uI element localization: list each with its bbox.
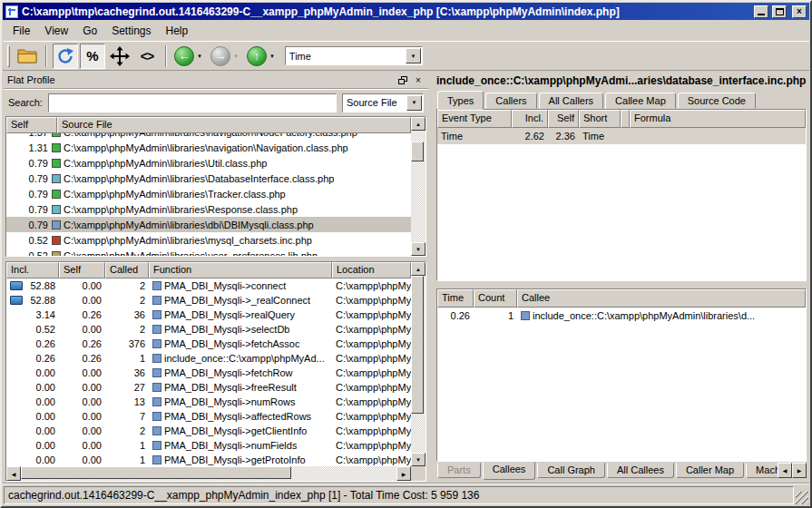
menu-item-help[interactable]: Help xyxy=(159,22,196,40)
scroll-left-icon[interactable]: ◀ xyxy=(6,466,21,481)
column-header-event-type[interactable]: Event Type xyxy=(437,110,512,128)
tab-call-graph[interactable]: Call Graph xyxy=(537,463,605,478)
file-list-row[interactable]: 0.79C:\xampp\phpMyAdmin\libraries\Util.c… xyxy=(6,155,411,171)
tab-source-code[interactable]: Source Code xyxy=(678,93,756,109)
file-path: C:\xampp\phpMyAdmin\libraries\Util.class… xyxy=(64,158,411,169)
tab-callee-map[interactable]: Callee Map xyxy=(605,93,676,109)
column-header-incl[interactable]: Incl. xyxy=(512,110,548,128)
resize-grip[interactable] xyxy=(796,492,808,504)
table-row[interactable]: 0.260.26376PMA_DBI_Mysqli->fetchAssocC:\… xyxy=(6,337,411,351)
scroll-up-icon[interactable]: ▲ xyxy=(411,262,426,276)
detail-splitter[interactable] xyxy=(435,281,808,288)
open-file-button[interactable] xyxy=(15,44,40,69)
back-dropdown-icon[interactable]: ▼ xyxy=(197,54,202,59)
back-button[interactable]: ← xyxy=(174,46,194,66)
expand-button[interactable] xyxy=(107,44,132,69)
menu-item-go[interactable]: Go xyxy=(75,22,104,40)
table-row[interactable]: 0.000.0027PMA_DBI_Mysqli->freeResultC:\x… xyxy=(6,380,411,395)
maximize-button[interactable] xyxy=(772,5,787,18)
scroll-thumb[interactable] xyxy=(411,142,424,161)
tab-all-callers[interactable]: All Callers xyxy=(539,93,604,109)
tab-caller-map[interactable]: Caller Map xyxy=(676,463,744,478)
tab-scroll-right-icon[interactable]: ▶ xyxy=(792,463,807,478)
callee-row[interactable]: 0.261include_once::C:\xampp\phpMyAdmin\l… xyxy=(437,308,806,324)
toolbar-handle[interactable] xyxy=(7,45,10,67)
column-header-time[interactable]: Time xyxy=(437,289,474,308)
scroll-track[interactable] xyxy=(411,131,426,242)
menu-item-file[interactable]: File xyxy=(5,22,37,40)
tab-scroll-left-icon[interactable]: ◀ xyxy=(778,463,792,478)
column-header-self[interactable]: Self xyxy=(548,110,579,128)
file-list-row[interactable]: 0.52C:\xampp\phpMyAdmin\libraries\user_p… xyxy=(6,248,411,256)
table-row[interactable]: 0.000.001PMA_DBI_Mysqli->getProtoInfoC:\… xyxy=(6,453,411,466)
file-list-row[interactable]: 0.52C:\xampp\phpMyAdmin\libraries\mysql_… xyxy=(6,232,411,248)
column-header-self[interactable]: Self xyxy=(59,262,105,278)
file-list-row[interactable]: 0.79C:\xampp\phpMyAdmin\libraries\Databa… xyxy=(6,171,411,186)
reload-button[interactable] xyxy=(53,44,78,69)
group-by-select[interactable]: Source File ▼ xyxy=(342,93,424,112)
dock-title-bar[interactable]: Flat Profile × xyxy=(4,72,428,89)
event-type-dropdown-icon[interactable]: ▼ xyxy=(406,48,421,64)
dock-close-button[interactable]: × xyxy=(412,74,425,86)
table-row[interactable]: 0.260.261include_once::C:\xampp\phpMyAd.… xyxy=(6,351,411,366)
table-row[interactable]: 0.000.0036PMA_DBI_Mysqli->fetchRowC:\xam… xyxy=(6,366,411,380)
scroll-track[interactable] xyxy=(411,276,426,453)
dock-float-button[interactable] xyxy=(396,74,409,86)
column-header-blank[interactable] xyxy=(621,110,630,128)
function-table-hscrollbar[interactable]: ◀ ▶ xyxy=(6,466,426,481)
table-row[interactable]: 0.000.002PMA_DBI_Mysqli->getClientInfoC:… xyxy=(6,424,411,438)
column-header-callee[interactable]: Callee xyxy=(517,289,806,308)
forward-dropdown-icon[interactable]: ▼ xyxy=(233,54,239,59)
tab-all-callees[interactable]: All Callees xyxy=(607,463,674,478)
table-row[interactable]: 0.000.0013PMA_DBI_Mysqli->numRowsC:\xamp… xyxy=(6,395,411,409)
table-row[interactable]: 0.520.002PMA_DBI_Mysqli->selectDbC:\xamp… xyxy=(6,322,411,337)
column-header-source-file[interactable]: Source File xyxy=(57,117,411,133)
relative-cost-button[interactable]: <> xyxy=(134,44,160,69)
table-row[interactable]: 0.000.007PMA_DBI_Mysqli->affectedRowsC:\… xyxy=(6,409,411,424)
column-header-count[interactable]: Count xyxy=(474,289,517,308)
event-type-select[interactable]: Time ▼ xyxy=(285,46,423,65)
scroll-down-icon[interactable]: ▼ xyxy=(411,242,426,256)
minimize-button[interactable] xyxy=(754,5,768,18)
column-header-short[interactable]: Short xyxy=(579,110,621,128)
scroll-right-icon[interactable]: ▶ xyxy=(396,466,411,481)
scroll-down-icon[interactable]: ▼ xyxy=(411,453,426,466)
incl-cell: 3.14 xyxy=(6,309,59,320)
scroll-up-icon[interactable]: ▲ xyxy=(411,117,426,131)
event-type-row[interactable]: Time2.622.36Time xyxy=(437,128,806,144)
up-button[interactable]: ↑ xyxy=(247,46,267,66)
scroll-thumb[interactable] xyxy=(411,276,424,414)
up-dropdown-icon[interactable]: ▼ xyxy=(269,54,275,59)
tab-callers[interactable]: Callers xyxy=(485,93,536,109)
menu-item-view[interactable]: View xyxy=(37,22,75,40)
search-input[interactable] xyxy=(48,93,337,112)
group-by-dropdown-icon[interactable]: ▼ xyxy=(406,95,422,111)
menu-item-settings[interactable]: Settings xyxy=(104,22,158,40)
file-list-row[interactable]: 0.79C:\xampp\phpMyAdmin\libraries\Respon… xyxy=(6,201,411,217)
file-list-row[interactable]: 0.79C:\xampp\phpMyAdmin\libraries\dbi\DB… xyxy=(6,217,411,232)
table-row[interactable]: 0.000.001PMA_DBI_Mysqli->numFieldsC:\xam… xyxy=(6,438,411,453)
table-row[interactable]: 52.880.002PMA_DBI_Mysqli->_realConnectC:… xyxy=(6,293,411,308)
file-list-row[interactable]: 1.31C:\xampp\phpMyAdmin\libraries\naviga… xyxy=(6,140,411,155)
column-header-location[interactable]: Location xyxy=(332,262,411,278)
column-header-incl[interactable]: Incl. xyxy=(6,262,59,278)
function-table-vscrollbar[interactable]: ▲ ▼ xyxy=(411,262,426,466)
column-header-called[interactable]: Called xyxy=(105,262,149,278)
main-splitter[interactable] xyxy=(428,72,435,482)
file-list-row[interactable]: 0.79C:\xampp\phpMyAdmin\libraries\Tracke… xyxy=(6,186,411,201)
column-header-self[interactable]: Self xyxy=(6,117,57,133)
file-list-row[interactable]: 1.37C:\xampp\phpMyAdmin\libraries\naviga… xyxy=(6,133,411,140)
tab-callees[interactable]: Callees xyxy=(483,462,536,480)
file-list-vscrollbar[interactable]: ▲ ▼ xyxy=(411,117,426,256)
scroll-thumb[interactable] xyxy=(21,466,291,479)
close-button[interactable]: × xyxy=(792,5,807,18)
table-row[interactable]: 3.140.2636PMA_DBI_Mysqli->realQueryC:\xa… xyxy=(6,308,411,322)
column-header-formula[interactable]: Formula xyxy=(630,110,806,128)
table-row[interactable]: 52.880.002PMA_DBI_Mysqli->connectC:\xamp… xyxy=(6,278,411,293)
tab-types[interactable]: Types xyxy=(437,91,484,110)
percent-button[interactable]: % xyxy=(80,44,105,69)
title-bar[interactable]: C:\xampp\tmp\cachegrind.out.1416463299-C… xyxy=(3,3,809,20)
forward-button[interactable]: → xyxy=(210,46,230,66)
column-header-function[interactable]: Function xyxy=(149,262,332,278)
scroll-track[interactable] xyxy=(21,466,396,481)
